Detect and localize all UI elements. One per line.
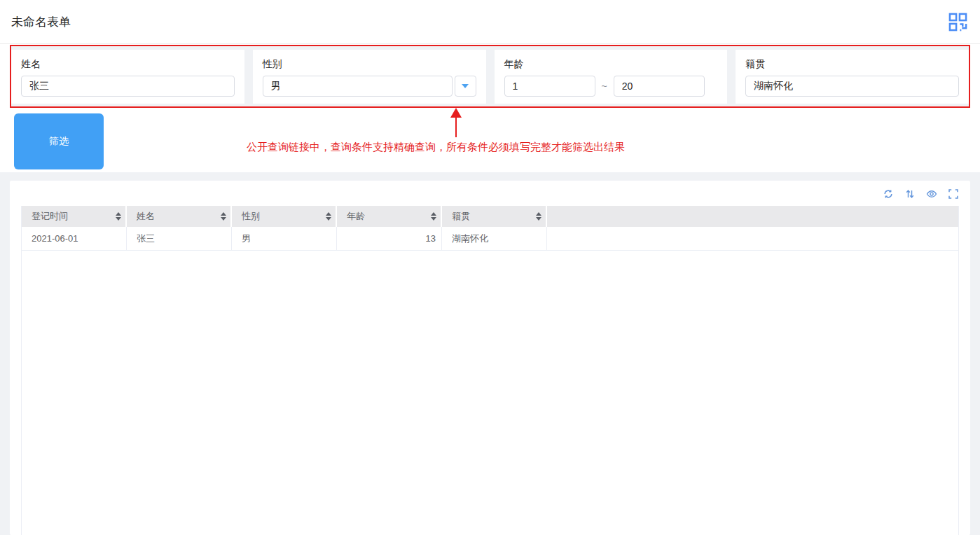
- sort-toggle-icon[interactable]: [431, 212, 436, 221]
- refresh-icon[interactable]: [883, 188, 894, 200]
- sort-toggle-icon[interactable]: [221, 212, 226, 221]
- annotation-arrow-icon: [450, 108, 462, 118]
- filter-field-name: 姓名: [11, 50, 244, 104]
- results-section: 登记时间 姓名 性别 年龄 籍贯: [0, 172, 980, 535]
- age-min-input[interactable]: [504, 76, 595, 97]
- visibility-icon[interactable]: [926, 188, 937, 200]
- birthplace-input[interactable]: [745, 76, 959, 97]
- filter-section: 姓名 性别 男 年龄 ~ 籍贯: [10, 45, 970, 108]
- age-range: ~: [504, 76, 718, 97]
- gender-select-value[interactable]: 男: [263, 76, 453, 97]
- cell-register-time: 2021-06-01: [22, 227, 127, 250]
- age-label: 年龄: [504, 57, 718, 71]
- table-header-filler: [547, 206, 958, 227]
- name-label: 姓名: [21, 57, 235, 71]
- qr-code-icon[interactable]: [948, 12, 967, 32]
- age-max-input[interactable]: [614, 76, 705, 97]
- column-header-register-time[interactable]: 登记时间: [22, 206, 127, 227]
- gender-select-toggle[interactable]: [455, 76, 476, 97]
- birthplace-label: 籍贯: [745, 57, 959, 71]
- column-label: 性别: [242, 210, 260, 223]
- column-label: 姓名: [137, 210, 155, 223]
- filter-submit-button[interactable]: 筛选: [14, 113, 104, 169]
- action-row: 筛选 公开查询链接中，查询条件支持精确查询，所有条件必须填写完整才能筛选出结果: [0, 108, 980, 172]
- table-header-row: 登记时间 姓名 性别 年龄 籍贯: [22, 206, 958, 227]
- range-separator: ~: [602, 81, 607, 92]
- cell-name: 张三: [127, 227, 232, 250]
- sort-icon[interactable]: [904, 188, 916, 200]
- sort-toggle-icon[interactable]: [116, 212, 121, 221]
- table-row[interactable]: 2021-06-01 张三 男 13 湖南怀化: [22, 227, 958, 251]
- annotation-arrow-line: [455, 117, 457, 137]
- fullscreen-icon[interactable]: [948, 188, 959, 200]
- title-bar: 未命名表单: [0, 0, 980, 44]
- table-empty-area: [22, 251, 958, 535]
- table-toolbar: [21, 185, 959, 203]
- filter-field-age: 年龄 ~: [495, 50, 728, 104]
- column-label: 籍贯: [452, 210, 470, 223]
- filter-field-birthplace: 籍贯: [736, 50, 969, 104]
- column-header-name[interactable]: 姓名: [127, 206, 232, 227]
- cell-age: 13: [337, 227, 442, 250]
- sort-toggle-icon[interactable]: [536, 212, 541, 221]
- sort-toggle-icon[interactable]: [326, 212, 331, 221]
- gender-label: 性别: [263, 57, 476, 71]
- page-title: 未命名表单: [11, 14, 71, 30]
- annotation-text: 公开查询链接中，查询条件支持精确查询，所有条件必须填写完整才能筛选出结果: [247, 141, 625, 154]
- column-header-age[interactable]: 年龄: [337, 206, 442, 227]
- column-label: 年龄: [347, 210, 365, 223]
- cell-gender: 男: [232, 227, 337, 250]
- results-card: 登记时间 姓名 性别 年龄 籍贯: [10, 181, 970, 535]
- results-table: 登记时间 姓名 性别 年龄 籍贯: [21, 206, 959, 535]
- column-label: 登记时间: [32, 210, 68, 223]
- chevron-down-icon: [462, 84, 469, 88]
- gender-select[interactable]: 男: [263, 76, 476, 97]
- table-row-filler: [547, 227, 958, 250]
- cell-birthplace: 湖南怀化: [442, 227, 547, 250]
- name-input[interactable]: [21, 76, 235, 97]
- column-header-birthplace[interactable]: 籍贯: [442, 206, 547, 227]
- filter-field-gender: 性别 男: [253, 50, 486, 104]
- column-header-gender[interactable]: 性别: [232, 206, 337, 227]
